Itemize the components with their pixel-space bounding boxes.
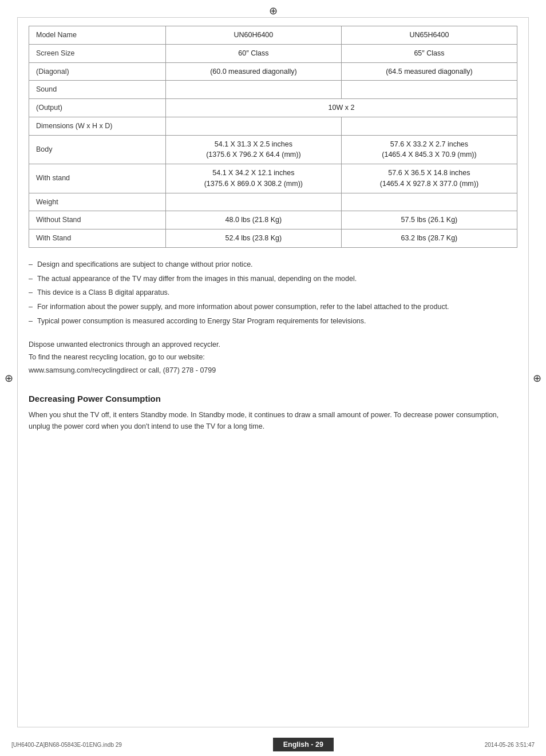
table-cell-model2: UN65H6400: [341, 26, 517, 45]
recycle-line1: Dispose unwanted electronics through an …: [29, 338, 517, 351]
table-cell-weight-stand-2: 63.2 lbs (28.7 Kg): [341, 229, 517, 248]
table-cell-weight-1: [165, 193, 341, 211]
table-cell-label: Model Name: [29, 26, 166, 45]
table-cell-dim-1: [165, 117, 341, 135]
table-cell-output: 10W x 2: [165, 99, 517, 117]
table-cell-label: (Output): [29, 99, 166, 117]
footer-date-time: 2014-05-26 3:51:47: [485, 742, 535, 748]
power-body: When you shut the TV off, it enters Stan…: [29, 409, 517, 432]
note-item-2: – The actual appearance of the TV may di…: [29, 274, 517, 284]
note-item-5: – Typical power consumption is measured …: [29, 316, 517, 327]
note-dash: –: [29, 287, 33, 298]
table-cell-body-2: 57.6 X 33.2 X 2.7 inches(1465.4 X 845.3 …: [341, 135, 517, 164]
table-row-body: Body 54.1 X 31.3 X 2.5 inches(1375.6 X 7…: [29, 135, 517, 164]
table-cell-dim-2: [341, 117, 517, 135]
table-cell-sound-2: [341, 81, 517, 99]
power-section: Decreasing Power Consumption When you sh…: [29, 394, 517, 432]
reg-mark-left: ⊕: [5, 372, 13, 385]
footer-page-number: English - 29: [273, 738, 334, 751]
table-cell-label: Body: [29, 135, 166, 164]
note-text-1: Design and specifications are subject to…: [37, 259, 517, 270]
table-cell-label: With Stand: [29, 229, 166, 248]
table-cell-label: Dimensions (W x H x D): [29, 117, 166, 135]
page-border-left: [17, 17, 18, 727]
note-item-4: – For information about the power supply…: [29, 302, 517, 312]
table-cell-label: Screen Size: [29, 44, 166, 62]
table-cell-sound-1: [165, 81, 341, 99]
note-text-3: This device is a Class B digital apparat…: [37, 287, 517, 298]
table-cell-diagonal-2: (64.5 measured diagonally): [341, 62, 517, 81]
table-cell-model1: UN60H6400: [165, 26, 341, 45]
recycle-line3: www.samsung.com/recyclingdirect or call,…: [29, 364, 517, 377]
reg-mark-top: ⊕: [269, 5, 278, 17]
table-cell-stand-1: 54.1 X 34.2 X 12.1 inches(1375.6 X 869.0…: [165, 164, 341, 193]
page-border-bottom: [17, 727, 529, 727]
page-footer: [UH6400-ZA]BN68-05843E-01ENG.indb 29 Eng…: [0, 738, 546, 751]
table-cell-screen-size-1: 60″ Class: [165, 44, 341, 62]
page-container: ⊕ ⊕ ⊕ Model Name UN60H6400 UN65H6400 Scr…: [0, 0, 546, 756]
table-cell-weight-nostand-2: 57.5 lbs (26.1 Kg): [341, 211, 517, 229]
table-cell-label: Weight: [29, 193, 166, 211]
table-cell-diagonal-1: (60.0 measured diagonally): [165, 62, 341, 81]
table-row-weight-no-stand: Without Stand 48.0 lbs (21.8 Kg) 57.5 lb…: [29, 211, 517, 229]
recycle-line2: To find the nearest recycling location, …: [29, 351, 517, 364]
note-dash: –: [29, 274, 33, 284]
note-item-3: – This device is a Class B digital appar…: [29, 287, 517, 298]
note-dash: –: [29, 316, 33, 327]
recycle-section: Dispose unwanted electronics through an …: [29, 338, 517, 377]
note-item-1: – Design and specifications are subject …: [29, 259, 517, 270]
table-row-diagonal: (Diagonal) (60.0 measured diagonally) (6…: [29, 62, 517, 81]
page-border-right: [528, 17, 529, 727]
table-cell-screen-size-2: 65″ Class: [341, 44, 517, 62]
footer-file-info: [UH6400-ZA]BN68-05843E-01ENG.indb 29: [11, 742, 122, 748]
note-dash: –: [29, 259, 33, 270]
table-cell-label: Without Stand: [29, 211, 166, 229]
table-cell-body-1: 54.1 X 31.3 X 2.5 inches(1375.6 X 796.2 …: [165, 135, 341, 164]
note-dash: –: [29, 302, 33, 312]
table-row-weight-stand: With Stand 52.4 lbs (23.8 Kg) 63.2 lbs (…: [29, 229, 517, 248]
table-cell-label: With stand: [29, 164, 166, 193]
table-row-weight: Weight: [29, 193, 517, 211]
table-cell-weight-2: [341, 193, 517, 211]
table-row-output: (Output) 10W x 2: [29, 99, 517, 117]
table-row-sound: Sound: [29, 81, 517, 99]
note-text-5: Typical power consumption is measured ac…: [37, 316, 517, 327]
table-cell-stand-2: 57.6 X 36.5 X 14.8 inches(1465.4 X 927.8…: [341, 164, 517, 193]
table-row-with-stand: With stand 54.1 X 34.2 X 12.1 inches(137…: [29, 164, 517, 193]
table-row-model-name: Model Name UN60H6400 UN65H6400: [29, 26, 517, 45]
table-cell-label: (Diagonal): [29, 62, 166, 81]
table-cell-label: Sound: [29, 81, 166, 99]
notes-section: – Design and specifications are subject …: [29, 259, 517, 327]
table-row-dimensions: Dimensions (W x H x D): [29, 117, 517, 135]
reg-mark-right: ⊕: [533, 372, 541, 385]
content-area: Model Name UN60H6400 UN65H6400 Screen Si…: [29, 26, 517, 716]
spec-table: Model Name UN60H6400 UN65H6400 Screen Si…: [29, 26, 517, 248]
note-text-4: For information about the power supply, …: [37, 302, 517, 312]
note-text-2: The actual appearance of the TV may diff…: [37, 274, 517, 284]
page-border-top: [17, 17, 529, 18]
table-cell-weight-nostand-1: 48.0 lbs (21.8 Kg): [165, 211, 341, 229]
table-row-screen-size: Screen Size 60″ Class 65″ Class: [29, 44, 517, 62]
power-heading: Decreasing Power Consumption: [29, 394, 517, 403]
table-cell-weight-stand-1: 52.4 lbs (23.8 Kg): [165, 229, 341, 248]
